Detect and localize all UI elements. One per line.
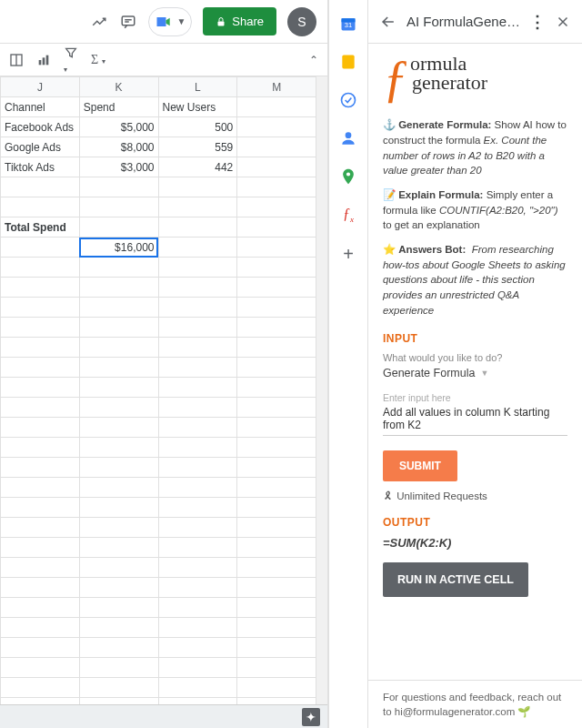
cell[interactable] [158,518,237,538]
add-addon-icon[interactable]: + [343,244,354,265]
meet-chip[interactable]: ▼ [148,7,192,36]
cell[interactable] [1,598,80,618]
cell[interactable] [1,298,80,318]
cell[interactable] [1,478,80,498]
cell[interactable]: Channel [1,97,80,117]
cell[interactable] [79,558,158,578]
cell[interactable] [237,358,316,378]
vertical-scrollbar[interactable] [316,76,327,704]
column-header[interactable]: J [1,77,80,97]
cell[interactable] [158,217,237,238]
cell[interactable] [1,578,80,598]
cell[interactable] [79,658,158,678]
cell[interactable] [158,318,237,338]
cell[interactable] [158,698,237,705]
column-header[interactable]: K [79,77,158,97]
comment-history-icon[interactable] [119,13,137,31]
cell[interactable] [237,418,316,438]
cell[interactable] [237,338,316,358]
submit-button[interactable]: SUBMIT [383,450,457,481]
collapse-toolbar-icon[interactable]: ⌃ [309,54,318,66]
cell[interactable] [79,338,158,358]
cell[interactable] [1,658,80,678]
cell[interactable] [237,217,316,238]
cell[interactable] [1,698,80,705]
spreadsheet-grid[interactable]: JKLM ChannelSpendNew UsersFacebook Ads$5… [0,76,316,704]
cell[interactable] [158,358,237,378]
run-in-cell-button[interactable]: RUN IN ACTIVE CELL [383,562,528,597]
cell[interactable] [1,458,80,478]
cell[interactable] [158,578,237,598]
cell[interactable] [237,278,316,298]
close-icon[interactable] [555,14,571,30]
cell[interactable] [79,618,158,638]
cell[interactable] [1,518,80,538]
cell[interactable] [1,318,80,338]
trend-icon[interactable] [90,13,108,31]
cell[interactable] [158,618,237,638]
cell[interactable] [237,458,316,478]
cell[interactable] [1,438,80,458]
cell[interactable] [158,278,237,298]
cell[interactable]: 442 [158,157,237,177]
cell[interactable]: 559 [158,137,237,157]
cell[interactable]: New Users [158,97,237,117]
filter-icon[interactable]: ▾ [64,46,78,75]
cell[interactable] [79,578,158,598]
cell[interactable] [1,238,80,258]
cell[interactable] [158,458,237,478]
cell[interactable] [237,238,316,258]
column-header[interactable]: L [158,77,237,97]
cell[interactable]: Facebook Ads [1,117,80,137]
cell[interactable]: $8,000 [79,137,158,157]
share-button[interactable]: Share [203,7,276,35]
cell[interactable] [1,498,80,518]
cell[interactable] [158,418,237,438]
cell[interactable] [1,338,80,358]
column-header[interactable]: M [237,77,316,97]
cell[interactable] [158,478,237,498]
cell[interactable] [79,538,158,558]
cell[interactable]: Total Spend [1,217,80,238]
tasks-icon[interactable] [339,91,357,109]
cell[interactable] [79,258,158,278]
cell[interactable] [237,117,316,137]
chart-icon[interactable] [36,53,51,67]
cell[interactable] [237,518,316,538]
cell[interactable] [237,398,316,418]
cell[interactable] [1,418,80,438]
cell[interactable] [237,258,316,278]
cell[interactable] [237,538,316,558]
cell[interactable] [79,197,158,217]
cell[interactable] [1,538,80,558]
cell[interactable] [1,678,80,698]
cell[interactable] [79,278,158,298]
cell[interactable] [237,558,316,578]
cell[interactable] [158,177,237,197]
cell[interactable] [237,658,316,678]
cell[interactable] [79,498,158,518]
cell[interactable] [79,378,158,398]
cell[interactable] [158,438,237,458]
avatar[interactable]: S [287,7,316,36]
cell[interactable] [237,197,316,217]
cell[interactable] [237,698,316,705]
cell[interactable]: Spend [79,97,158,117]
cell[interactable] [1,398,80,418]
cell[interactable]: $16,000 [79,238,158,258]
cell[interactable]: Google Ads [1,137,80,157]
cell[interactable] [237,137,316,157]
prompt-input[interactable]: Add all values in column K starting from… [383,406,567,436]
cell[interactable] [158,658,237,678]
cell[interactable] [1,177,80,197]
contacts-icon[interactable] [339,129,357,147]
cell[interactable] [79,458,158,478]
cell[interactable] [158,258,237,278]
cell[interactable] [79,478,158,498]
cell[interactable] [158,498,237,518]
cell[interactable] [237,97,316,117]
cell[interactable] [237,678,316,698]
cell[interactable] [237,177,316,197]
more-icon[interactable]: ⋮ [529,12,546,32]
cell[interactable] [237,318,316,338]
